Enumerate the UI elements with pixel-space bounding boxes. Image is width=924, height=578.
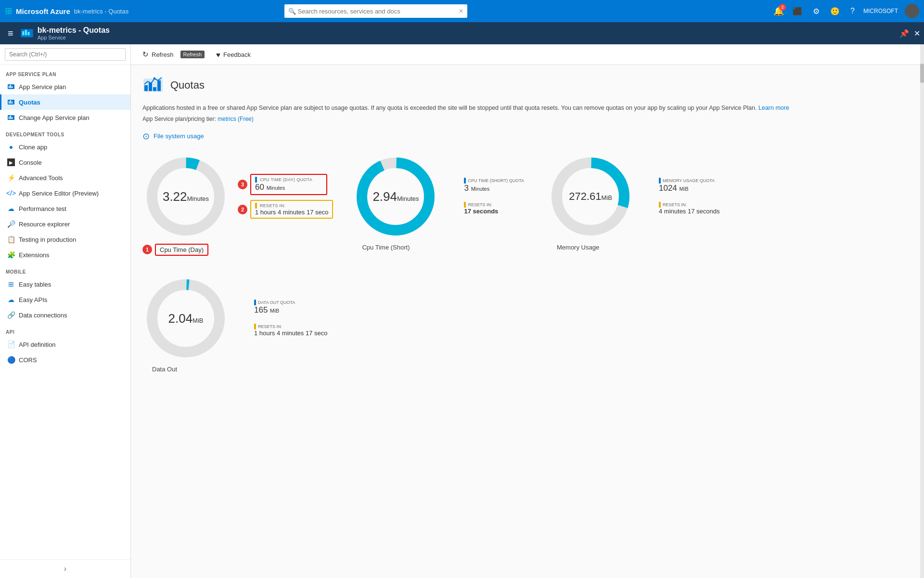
brand-name: Microsoft Azure [16, 7, 70, 15]
sidebar-item-label-change-plan: Change App Service plan [19, 114, 90, 121]
chart-info-cpu-day: 3 CPU TIME (DAY) QUOTA 60 Minutes 2 RESE… [238, 174, 333, 219]
sidebar-item-label-app-service-plan: App Service plan [19, 83, 66, 91]
sidebar-collapse-btn[interactable]: › [0, 559, 130, 578]
plan-link[interactable]: metrics (Free) [218, 116, 254, 122]
easy-apis-icon: ☁ [7, 296, 15, 303]
performance-test-icon: ☁ [7, 205, 15, 212]
sidebar-item-change-plan[interactable]: Change App Service plan [0, 110, 130, 125]
search-icon: 🔍 [288, 8, 296, 15]
app-service-icon [20, 26, 34, 40]
sidebar-item-easy-apis[interactable]: ☁ Easy APIs [0, 292, 130, 307]
donut-cpu-short: 2.94Minutes [352, 153, 439, 240]
second-bar: ≡ bk-metrics - Quotas App Service 📌 ✕ [0, 22, 924, 44]
sidebar-item-label-data-connections: Data connections [19, 312, 67, 319]
resets-label-cpu-day: RESETS IN: [260, 203, 285, 208]
feedback-icon: ♥ [216, 51, 220, 59]
sidebar-item-console[interactable]: ▶ Console [0, 155, 130, 170]
testing-production-icon: 📋 [7, 236, 15, 243]
sidebar-item-cors[interactable]: 🔵 CORS [0, 352, 130, 368]
console-icon: ▶ [7, 158, 15, 166]
svg-rect-15 [12, 117, 13, 119]
clone-app-icon: ● [7, 143, 15, 151]
chart-info-data-out: DATA OUT QUOTA 165 MiB [238, 298, 331, 339]
nav-right: 🔔 2 ⬛ ⚙ 🙂 ? MICROSOFT [773, 4, 919, 18]
sidebar-search-input[interactable] [5, 48, 126, 61]
notification-count: 2 [779, 4, 786, 11]
search-input[interactable] [298, 8, 459, 15]
scrollbar-thumb[interactable] [920, 64, 924, 83]
app-icon-title: bk-metrics - Quotas App Service [20, 26, 110, 40]
sidebar-item-advanced-tools[interactable]: ⚡ Advanced Tools [0, 170, 130, 185]
donut-value-memory: 272.61MiB [569, 190, 612, 203]
sidebar-item-app-service-editor[interactable]: </> App Service Editor (Preview) [0, 185, 130, 201]
smiley-btn[interactable]: 🙂 [828, 6, 842, 17]
svg-rect-3 [27, 32, 29, 35]
azure-logo-icon: ⊞ [5, 6, 12, 16]
svg-rect-14 [10, 116, 11, 119]
help-btn[interactable]: ? [848, 6, 857, 16]
donut-cpu-day: 3.22Minutes [142, 153, 229, 240]
donut-unit-data-out: MiB [192, 316, 203, 324]
chart-info-memory: MEMORY USAGE QUOTA 1024 MiB [642, 176, 723, 217]
refresh-tooltip: Refresh [180, 51, 205, 58]
sidebar-search[interactable] [0, 44, 130, 65]
page-plan-info: App Service plan/pricing tier: metrics (… [142, 116, 909, 122]
notification-bell[interactable]: 🔔 2 [773, 6, 784, 16]
sidebar-item-clone-app[interactable]: ● Clone app [0, 139, 130, 155]
sidebar-item-extensions[interactable]: 🧩 Extensions [0, 247, 130, 263]
close-btn[interactable]: ✕ [914, 29, 920, 38]
sidebar-item-performance-test[interactable]: ☁ Performance test [0, 201, 130, 216]
badge-2: 2 [238, 205, 247, 214]
app-service-editor-icon: </> [7, 189, 15, 197]
chart-block-data-out: 2.04MiB DATA OUT QUOTA [142, 275, 331, 373]
sidebar-item-easy-tables[interactable]: ⊞ Easy tables [0, 276, 130, 292]
cloud-shell-btn[interactable]: ⬛ [791, 6, 804, 17]
donut-number-memory: 272.61 [569, 190, 601, 202]
pin-btn[interactable]: 📌 [899, 29, 909, 38]
sidebar-item-resource-explorer[interactable]: 🔎 Resource explorer [0, 216, 130, 232]
app-name: bk-metrics - Quotas [38, 26, 110, 35]
file-system-icon: ⊙ [142, 131, 150, 142]
close-search-icon[interactable]: ✕ [459, 8, 463, 14]
sidebar-item-label-advanced-tools: Advanced Tools [19, 174, 63, 182]
search-bar[interactable]: 🔍 ✕ [284, 4, 467, 18]
sidebar-item-label-quotas: Quotas [19, 99, 40, 106]
donut-number-short: 2.94 [372, 189, 397, 203]
hamburger-menu-btn[interactable]: ≡ [4, 26, 17, 41]
svg-rect-11 [12, 102, 13, 104]
sidebar-item-app-service-plan[interactable]: App Service plan [0, 79, 130, 94]
svg-rect-13 [9, 117, 10, 119]
sidebar-item-label-app-service-editor: App Service Editor (Preview) [19, 190, 99, 197]
sidebar-item-testing-production[interactable]: 📋 Testing in production [0, 232, 130, 247]
charts-grid: 3.22Minutes 3 CPU TIME (DAY) QUOTA 60 Mi… [142, 153, 909, 373]
chart-block-cpu-short: 2.94Minutes CPU TIME (SHORT) QUOTA [352, 153, 528, 256]
quota-value-cpu-day: 60 Minutes [255, 183, 322, 192]
sidebar-item-label-resource-explorer: Resource explorer [19, 221, 70, 228]
sidebar-item-api-definition[interactable]: 📄 API definition [0, 337, 130, 352]
refresh-btn[interactable]: ↻ Refresh [139, 48, 178, 61]
resets-box-cpu-day: RESETS IN: 1 hours 4 minutes 17 seco [250, 200, 333, 219]
svg-rect-7 [12, 86, 13, 88]
donut-number-data-out: 2.04 [168, 311, 193, 325]
breadcrumb: bk-metrics - Quotas [74, 8, 128, 15]
svg-rect-18 [149, 82, 152, 91]
app-service-plan-icon [7, 83, 15, 91]
donut-memory: 272.61MiB [547, 153, 634, 240]
sidebar-section-dev-tools: DEVELOPMENT TOOLS [0, 125, 130, 139]
settings-btn[interactable]: ⚙ [811, 6, 821, 17]
feedback-btn[interactable]: ♥ Feedback [212, 49, 255, 61]
file-system-link[interactable]: ⊙ File system usage [142, 131, 909, 142]
content-toolbar: ↻ Refresh Refresh ♥ Feedback [131, 44, 920, 65]
sidebar-item-data-connections[interactable]: 🔗 Data connections [0, 307, 130, 323]
sidebar-section-api: API [0, 323, 130, 337]
avatar[interactable] [905, 4, 919, 18]
sidebar-item-label-easy-apis: Easy APIs [19, 296, 47, 303]
change-plan-icon [7, 114, 15, 121]
refresh-icon: ↻ [142, 50, 149, 59]
sidebar-item-quotas[interactable]: Quotas [0, 94, 130, 110]
right-scrollbar[interactable] [920, 44, 924, 578]
quota-label-memory: MEMORY USAGE QUOTA [663, 178, 715, 183]
learn-more-link[interactable]: Learn more [758, 105, 789, 111]
resets-value-memory: 4 minutes 17 seconds [659, 208, 719, 215]
donut-value-cpu-day: 3.22Minutes [163, 189, 209, 204]
